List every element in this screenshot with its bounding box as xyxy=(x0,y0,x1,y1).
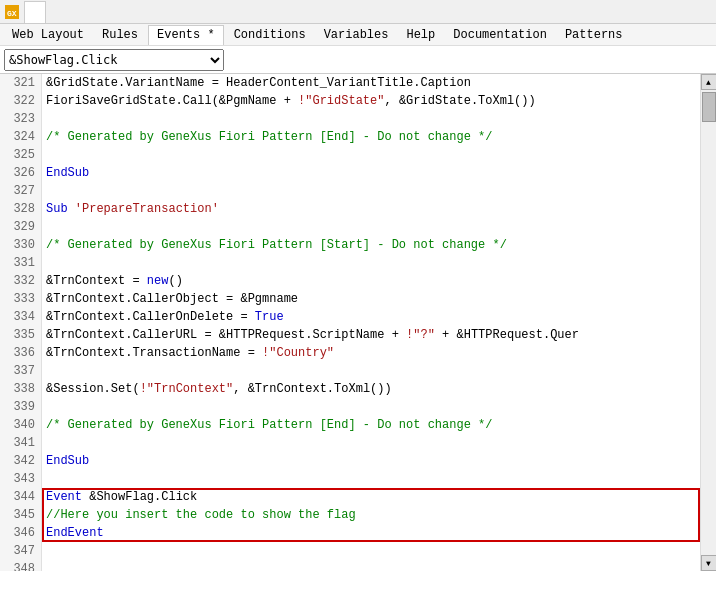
code-line-342: EndSub xyxy=(42,452,700,470)
event-dropdown-wrapper[interactable]: &ShowFlag.Click xyxy=(4,49,224,71)
line-number-345: 345 xyxy=(0,506,41,524)
line-number-324: 324 xyxy=(0,128,41,146)
code-line-346: EndEvent xyxy=(42,524,700,542)
code-line-328: Sub 'PrepareTransaction' xyxy=(42,200,700,218)
line-number-348: 348 xyxy=(0,560,41,571)
code-line-322: FioriSaveGridState.Call(&PgmName + !"Gri… xyxy=(42,92,700,110)
line-number-339: 339 xyxy=(0,398,41,416)
code-line-334: &TrnContext.CallerOnDelete = True xyxy=(42,308,700,326)
code-content[interactable]: &GridState.VariantName = HeaderContent_V… xyxy=(42,74,700,571)
code-line-330: /* Generated by GeneXus Fiori Pattern [S… xyxy=(42,236,700,254)
line-number-335: 335 xyxy=(0,326,41,344)
file-tab[interactable] xyxy=(24,1,46,23)
line-number-343: 343 xyxy=(0,470,41,488)
menu-events[interactable]: Events * xyxy=(148,25,224,45)
code-line-332: &TrnContext = new() xyxy=(42,272,700,290)
line-number-346: 346 xyxy=(0,524,41,542)
scrollbar-thumb[interactable] xyxy=(702,92,716,122)
line-number-342: 342 xyxy=(0,452,41,470)
code-line-336: &TrnContext.TransactionName = !"Country" xyxy=(42,344,700,362)
code-line-326: EndSub xyxy=(42,164,700,182)
scroll-up-button[interactable]: ▲ xyxy=(701,74,717,90)
line-number-337: 337 xyxy=(0,362,41,380)
menu-conditions[interactable]: Conditions xyxy=(226,25,314,45)
line-number-322: 322 xyxy=(0,92,41,110)
app-icon: GX xyxy=(4,4,20,20)
menu-documentation[interactable]: Documentation xyxy=(445,25,555,45)
code-line-343 xyxy=(42,470,700,488)
line-number-330: 330 xyxy=(0,236,41,254)
line-number-326: 326 xyxy=(0,164,41,182)
code-line-324: /* Generated by GeneXus Fiori Pattern [E… xyxy=(42,128,700,146)
menu-web-layout[interactable]: Web Layout xyxy=(4,25,92,45)
code-line-331 xyxy=(42,254,700,272)
code-line-348 xyxy=(42,560,700,571)
line-numbers: 3213223233243253263273283293303313323333… xyxy=(0,74,42,571)
code-line-338: &Session.Set(!"TrnContext", &TrnContext.… xyxy=(42,380,700,398)
code-line-345: //Here you insert the code to show the f… xyxy=(42,506,700,524)
scrollbar[interactable]: ▲ ▼ xyxy=(700,74,716,571)
scroll-down-button[interactable]: ▼ xyxy=(701,555,717,571)
line-number-321: 321 xyxy=(0,74,41,92)
code-line-333: &TrnContext.CallerObject = &Pgmname xyxy=(42,290,700,308)
line-number-338: 338 xyxy=(0,380,41,398)
code-line-339 xyxy=(42,398,700,416)
code-line-325 xyxy=(42,146,700,164)
code-area: 3213223233243253263273283293303313323333… xyxy=(0,74,716,571)
window-controls xyxy=(696,4,712,20)
line-number-327: 327 xyxy=(0,182,41,200)
line-number-336: 336 xyxy=(0,344,41,362)
line-number-331: 331 xyxy=(0,254,41,272)
code-line-347 xyxy=(42,542,700,560)
code-line-321: &GridState.VariantName = HeaderContent_V… xyxy=(42,74,700,92)
menu-help[interactable]: Help xyxy=(398,25,443,45)
code-line-340: /* Generated by GeneXus Fiori Pattern [E… xyxy=(42,416,700,434)
line-number-334: 334 xyxy=(0,308,41,326)
code-line-327 xyxy=(42,182,700,200)
line-number-332: 332 xyxy=(0,272,41,290)
line-number-325: 325 xyxy=(0,146,41,164)
code-line-341 xyxy=(42,434,700,452)
line-number-328: 328 xyxy=(0,200,41,218)
line-number-323: 323 xyxy=(0,110,41,128)
line-number-333: 333 xyxy=(0,290,41,308)
line-number-340: 340 xyxy=(0,416,41,434)
line-number-341: 341 xyxy=(0,434,41,452)
code-line-337 xyxy=(42,362,700,380)
code-line-344: Event &ShowFlag.Click xyxy=(42,488,700,506)
dropdown-bar: &ShowFlag.Click xyxy=(0,46,716,74)
svg-text:GX: GX xyxy=(7,9,17,18)
event-dropdown[interactable]: &ShowFlag.Click xyxy=(4,49,224,71)
menu-bar: Web Layout Rules Events * Conditions Var… xyxy=(0,24,716,46)
code-line-329 xyxy=(42,218,700,236)
menu-variables[interactable]: Variables xyxy=(316,25,397,45)
menu-patterns[interactable]: Patterns xyxy=(557,25,631,45)
title-bar: GX xyxy=(0,0,716,24)
line-number-347: 347 xyxy=(0,542,41,560)
menu-rules[interactable]: Rules xyxy=(94,25,146,45)
maximize-icon[interactable] xyxy=(696,4,712,20)
line-number-344: 344 xyxy=(0,488,41,506)
code-line-335: &TrnContext.CallerURL = &HTTPRequest.Scr… xyxy=(42,326,700,344)
line-number-329: 329 xyxy=(0,218,41,236)
code-line-323 xyxy=(42,110,700,128)
